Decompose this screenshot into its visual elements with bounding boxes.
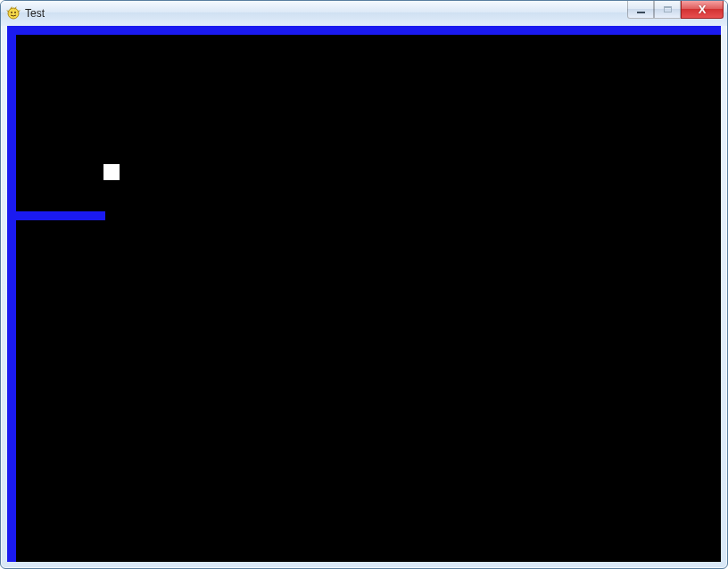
maximize-button[interactable] [654, 1, 681, 19]
maximize-icon [664, 6, 672, 12]
close-icon: X [699, 4, 707, 15]
close-button[interactable]: X [681, 1, 724, 19]
window-controls: X [627, 1, 724, 19]
app-icon [6, 6, 21, 21]
svg-point-0 [8, 8, 19, 19]
minimize-button[interactable] [627, 1, 654, 19]
platform [16, 211, 105, 220]
minimize-icon [637, 12, 645, 13]
svg-point-1 [11, 12, 12, 13]
titlebar[interactable]: Test X [1, 1, 727, 26]
wall-top [7, 26, 721, 35]
wall-left [7, 26, 16, 562]
window-frame: Test X [0, 0, 728, 569]
player-square [103, 164, 120, 180]
svg-point-2 [14, 12, 16, 13]
client-area [7, 26, 721, 562]
game-canvas[interactable] [7, 26, 721, 562]
window-title: Test [25, 1, 724, 26]
